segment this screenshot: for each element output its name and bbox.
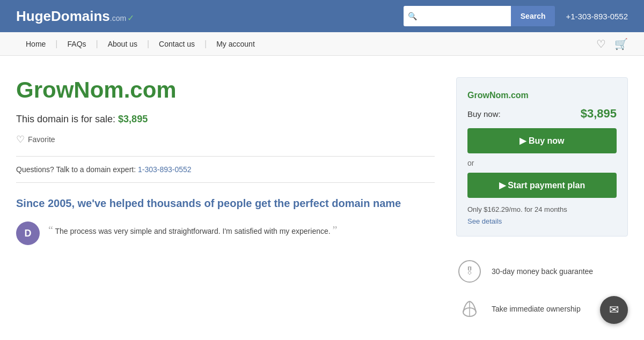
favorite-label: Favorite <box>28 135 55 144</box>
search-input-wrap: 🔍 <box>404 6 511 26</box>
money-back-icon: 🎖 <box>456 258 483 285</box>
ownership-text: Take immediate ownership <box>492 305 581 313</box>
chat-button[interactable]: ✉ <box>600 296 628 324</box>
wishlist-button[interactable]: ♡ <box>596 38 606 50</box>
testimonial-text: “ The process was very simple and straig… <box>48 221 337 239</box>
phone-number: +1-303-893-0552 <box>566 12 628 21</box>
logo: HugeDomains .com ✓ <box>16 8 134 25</box>
logo-com: .com <box>110 14 126 23</box>
for-sale-price: $3,895 <box>118 114 148 124</box>
header: HugeDomains .com ✓ 🔍 Search +1-303-893-0… <box>0 0 644 32</box>
for-sale-text: This domain is for sale: $3,895 <box>16 114 435 125</box>
avatar: D <box>16 221 40 245</box>
nav-home[interactable]: Home <box>16 32 55 56</box>
nav-myaccount[interactable]: My account <box>207 32 265 56</box>
nav-icons: ♡ 🛒 <box>596 38 628 50</box>
left-column: GrowNom.com This domain is for sale: $3,… <box>16 77 435 322</box>
since-title: Since 2005, we've helped thousands of pe… <box>16 196 435 211</box>
payment-plan-button[interactable]: ▶ Start payment plan <box>467 173 617 198</box>
testimonial-body: The process was very simple and straight… <box>55 227 331 235</box>
search-container: 🔍 Search <box>404 6 555 26</box>
divider-2 <box>16 182 435 183</box>
expert-label: Questions? Talk to a domain expert: <box>16 165 136 174</box>
panel-price: $3,895 <box>581 107 617 121</box>
panel-buy-now-label: Buy now: <box>467 109 501 119</box>
panel-price-row: Buy now: $3,895 <box>467 107 617 121</box>
panel-domain: GrowNom.com <box>467 91 617 100</box>
nav-contact[interactable]: Contact us <box>149 32 204 56</box>
domain-title: GrowNom.com <box>16 77 435 103</box>
logo-checkmark: ✓ <box>127 13 134 23</box>
money-back-text: 30-day money back guarantee <box>492 267 593 276</box>
search-input[interactable] <box>404 6 511 26</box>
buy-now-button[interactable]: ▶ Buy now <box>467 128 617 153</box>
buy-panel: GrowNom.com Buy now: $3,895 ▶ Buy now or… <box>456 77 628 236</box>
testimonial: D “ The process was very simple and stra… <box>16 221 435 245</box>
expert-text: Questions? Talk to a domain expert: 1-30… <box>16 165 435 174</box>
see-details-link[interactable]: See details <box>467 217 502 225</box>
quote-open: “ <box>48 224 53 236</box>
quote-close: ” <box>333 224 338 236</box>
heart-icon: ♡ <box>596 38 606 50</box>
divider-1 <box>16 156 435 157</box>
ownership-icon <box>456 295 483 322</box>
nav-links: Home | FAQs | About us | Contact us | My… <box>16 32 265 56</box>
nav-about[interactable]: About us <box>98 32 147 56</box>
svg-text:🎖: 🎖 <box>465 266 474 277</box>
search-button[interactable]: Search <box>511 6 555 26</box>
chat-icon: ✉ <box>609 303 619 317</box>
for-sale-label: This domain is for sale: <box>16 114 115 124</box>
main-content: GrowNom.com This domain is for sale: $3,… <box>0 56 644 340</box>
cart-button[interactable]: 🛒 <box>614 38 628 50</box>
navigation: Home | FAQs | About us | Contact us | My… <box>0 32 644 56</box>
panel-or: or <box>467 159 617 167</box>
logo-text: HugeDomains <box>16 8 110 25</box>
nav-faqs[interactable]: FAQs <box>58 32 96 56</box>
expert-phone-link[interactable]: 1-303-893-0552 <box>138 165 192 174</box>
right-column: GrowNom.com Buy now: $3,895 ▶ Buy now or… <box>456 77 628 322</box>
cart-icon: 🛒 <box>614 38 628 50</box>
panel-monthly-text: Only $162.29/mo. for 24 months <box>467 205 617 213</box>
favorite-button[interactable]: ♡ Favorite <box>16 134 55 145</box>
heart-icon: ♡ <box>16 134 25 145</box>
trust-item-money-back: 🎖 30-day money back guarantee <box>456 258 628 285</box>
header-right: 🔍 Search +1-303-893-0552 <box>404 6 628 26</box>
